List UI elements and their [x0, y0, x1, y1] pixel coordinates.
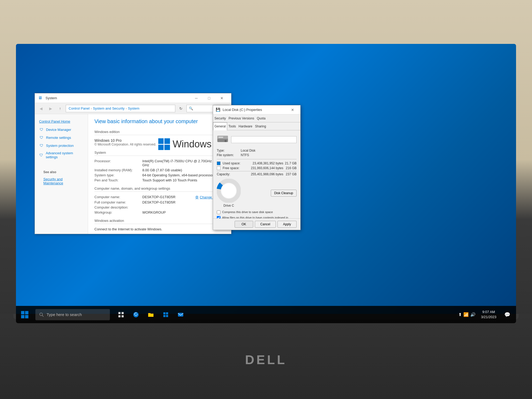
cancel-button[interactable]: Cancel — [255, 221, 276, 228]
activation-link[interactable]: Read the Microsoft Software License Term… — [94, 233, 161, 234]
minimize-button[interactable]: ─ — [190, 94, 202, 102]
filesystem-value: NTFS — [241, 153, 249, 157]
disk-cleanup-button[interactable]: Disk Cleanup — [271, 190, 297, 197]
svg-rect-9 — [21, 315, 24, 318]
dialog-buttons: OK Cancel Apply — [213, 218, 300, 230]
computer-name-label: Computer name: — [94, 195, 142, 199]
apply-button[interactable]: Apply — [277, 221, 297, 228]
ok-button[interactable]: OK — [235, 221, 253, 228]
computer-name-table: Computer name: DESKTOP-G1T8D5R ⚙ Change … — [94, 195, 225, 214]
sidebar-item-remote-settings[interactable]: 🛡 Remote settings — [35, 134, 88, 142]
address-bar: ◀ ▶ ↑ Control Panel › System and Securit… — [35, 103, 231, 114]
svg-rect-18 — [166, 312, 168, 314]
index-checkbox[interactable] — [217, 216, 221, 218]
security-maintenance-link[interactable]: Security and Maintenance — [39, 175, 84, 187]
refresh-button[interactable]: ↻ — [177, 105, 185, 112]
address-path[interactable]: Control Panel › System and Security › Sy… — [66, 105, 175, 112]
system-type-label: System type: — [94, 173, 142, 177]
control-panel-home-link[interactable]: Control Panel Home — [35, 117, 88, 126]
svg-rect-13 — [118, 312, 120, 314]
device-manager-icon: 🛡 — [39, 127, 44, 132]
taskbar-app-icons — [114, 308, 188, 322]
full-name-value: DESKTOP-G1T8D5R — [142, 200, 176, 204]
store-icon — [163, 311, 169, 318]
taskbar-clock[interactable]: 9:07 AM 3/21/2023 — [478, 310, 500, 319]
search-icon — [39, 312, 44, 317]
computer-name-value: DESKTOP-G1T8D5R — [142, 195, 176, 199]
capacity-bytes: 255,401,988,096 bytes — [249, 172, 283, 176]
description-label: Computer description: — [94, 205, 142, 209]
edge-button[interactable] — [129, 308, 143, 322]
compress-label: Compress this drive to save disk space — [222, 210, 273, 214]
tab-security[interactable]: Security — [213, 114, 227, 122]
disk-drive-icon — [217, 134, 228, 146]
store-button[interactable] — [159, 308, 173, 322]
notification-button[interactable]: 💬 — [502, 309, 513, 320]
svg-rect-7 — [21, 311, 24, 314]
dell-logo: DELL — [245, 352, 287, 367]
windows-logo — [158, 138, 170, 150]
svg-line-12 — [42, 315, 43, 317]
dialog-content: Type: Local Disk File system: NTFS Used … — [213, 130, 300, 218]
disk-name-input[interactable] — [231, 136, 297, 143]
disk-pie-container: Drive C Disk Cleanup — [217, 179, 297, 207]
dialog-title: Local Disk (C:) Properties — [223, 108, 288, 112]
remote-settings-icon: 🛡 — [39, 135, 44, 140]
compress-checkbox[interactable] — [217, 210, 221, 214]
back-button[interactable]: ◀ — [37, 105, 45, 112]
disk-divider — [217, 159, 297, 159]
maximize-button[interactable]: □ — [203, 94, 215, 102]
window-main: View basic information about your comput… — [88, 114, 231, 234]
tray-icon-1[interactable]: ⬆ — [458, 312, 462, 317]
system-window: 🖥 System ─ □ ✕ ◀ ▶ ↑ Control Panel › Sys… — [35, 93, 231, 234]
laptop-keyboard-area: DELL — [0, 314, 532, 399]
sidebar-item-system-protection[interactable]: 🛡 System protection — [35, 142, 88, 149]
volume-icon[interactable]: 🔊 — [470, 312, 476, 317]
svg-rect-16 — [122, 315, 124, 317]
dialog-tabs-row1: Security Previous Versions Quota — [213, 114, 300, 122]
window-sidebar: Control Panel Home 🛡 Device Manager 🛡 Re… — [35, 114, 88, 234]
tab-tools[interactable]: Tools — [227, 122, 237, 130]
taskbar-search-text: Type here to search — [47, 312, 82, 317]
system-tray: ⬆ 📶 🔊 — [458, 312, 476, 317]
disk-title-icon: 💾 — [216, 107, 221, 112]
tab-quota[interactable]: Quota — [255, 114, 267, 122]
filesystem-label: File system: — [217, 153, 241, 157]
forward-button[interactable]: ▶ — [47, 105, 55, 112]
tab-general[interactable]: General — [213, 122, 227, 131]
activation-text: Connect to the Internet to activate Wind… — [94, 227, 162, 231]
dialog-titlebar: 💾 Local Disk (C:) Properties ✕ — [213, 105, 300, 114]
task-view-button[interactable] — [114, 308, 128, 322]
tab-hardware[interactable]: Hardware — [237, 122, 254, 130]
dialog-tabs-row2: General Tools Hardware Sharing — [213, 122, 300, 130]
dialog-close-button[interactable]: ✕ — [288, 106, 298, 114]
workgroup-label: Workgroup: — [94, 210, 142, 214]
capacity-row: Capacity: 255,401,988,096 bytes 237 GB — [217, 171, 297, 176]
full-name-label: Full computer name: — [94, 200, 142, 204]
close-button[interactable]: ✕ — [216, 94, 228, 102]
svg-rect-21 — [178, 313, 183, 317]
taskbar-search[interactable]: Type here to search — [35, 309, 110, 320]
disk-header — [217, 134, 297, 146]
system-protection-icon: 🛡 — [39, 143, 44, 148]
network-icon[interactable]: 📶 — [463, 312, 469, 317]
capacity-gb: 237 GB — [283, 172, 297, 176]
system-info-table: Processor: Intel(R) Core(TM) i7-7500U CP… — [94, 159, 225, 182]
up-button[interactable]: ↑ — [56, 105, 64, 112]
svg-rect-10 — [25, 315, 28, 318]
sidebar-item-advanced-settings[interactable]: 🛡 Advanced system settings — [35, 149, 88, 161]
mail-button[interactable] — [174, 308, 188, 322]
svg-point-11 — [40, 313, 43, 316]
file-explorer-icon — [148, 311, 154, 318]
used-space-bytes: 23,408,381,952 bytes — [249, 161, 283, 165]
sidebar-item-device-manager[interactable]: 🛡 Device Manager — [35, 126, 88, 134]
screen-area: 🖥 System ─ □ ✕ ◀ ▶ ↑ Control Panel › Sys… — [16, 44, 516, 323]
windows-start-icon — [21, 311, 29, 319]
tab-sharing[interactable]: Sharing — [254, 122, 267, 130]
used-space-indicator — [217, 161, 221, 165]
tab-previous-versions[interactable]: Previous Versions — [227, 114, 255, 122]
start-button[interactable] — [16, 306, 33, 323]
pen-touch-value: Touch Support with 10 Touch Points — [142, 178, 197, 182]
file-explorer-button[interactable] — [144, 308, 158, 322]
free-space-label: Free space: — [223, 166, 249, 170]
